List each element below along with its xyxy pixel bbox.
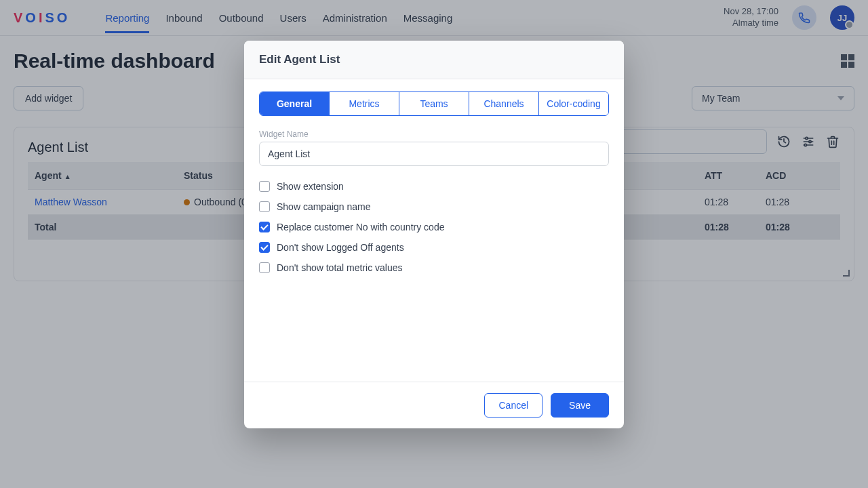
- tab-color-coding[interactable]: Color-coding: [539, 92, 608, 115]
- option-row[interactable]: Show campaign name: [259, 201, 609, 212]
- checkbox-icon[interactable]: [259, 201, 270, 212]
- options-list: Show extensionShow campaign nameReplace …: [259, 181, 609, 273]
- checkbox-icon[interactable]: [259, 242, 270, 253]
- tab-teams[interactable]: Teams: [399, 92, 469, 115]
- modal-tabbar: GeneralMetricsTeamsChannelsColor-coding: [259, 92, 609, 116]
- option-label: Don't show total metric values: [277, 262, 403, 273]
- tab-metrics[interactable]: Metrics: [330, 92, 399, 115]
- tab-channels[interactable]: Channels: [469, 92, 539, 115]
- option-row[interactable]: Don't show total metric values: [259, 262, 609, 273]
- option-label: Don't show Logged Off agents: [277, 242, 404, 253]
- widget-name-input[interactable]: [259, 142, 609, 166]
- option-row[interactable]: Don't show Logged Off agents: [259, 242, 609, 253]
- checkbox-icon[interactable]: [259, 222, 270, 232]
- widget-name-label: Widget Name: [259, 129, 609, 139]
- save-button[interactable]: Save: [551, 393, 609, 418]
- checkbox-icon[interactable]: [259, 181, 270, 192]
- tab-general[interactable]: General: [260, 92, 330, 115]
- modal-title: Edit Agent List: [244, 41, 624, 79]
- edit-agent-list-modal: Edit Agent List GeneralMetricsTeamsChann…: [244, 41, 624, 428]
- option-label: Show campaign name: [277, 201, 371, 212]
- option-row[interactable]: Show extension: [259, 181, 609, 192]
- cancel-button[interactable]: Cancel: [484, 393, 542, 418]
- checkbox-icon[interactable]: [259, 262, 270, 273]
- option-label: Show extension: [277, 181, 344, 192]
- option-label: Replace customer No with country code: [277, 222, 444, 232]
- option-row[interactable]: Replace customer No with country code: [259, 222, 609, 232]
